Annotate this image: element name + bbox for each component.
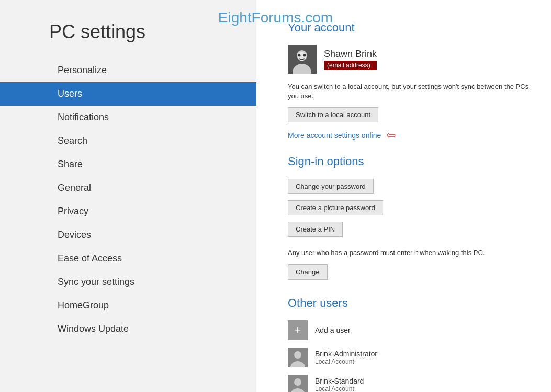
svg-point-7 [294,351,301,359]
user-info-1: Brink-Standard Local Account [315,377,364,392]
more-account-settings-link[interactable]: More account settings online [288,131,381,140]
user-row-1: Brink-Standard Local Account [288,375,530,392]
user-sub-1: Local Account [315,385,364,392]
account-name: Shawn Brink [324,49,377,60]
sidebar: PC settings Personalize Users Notificati… [0,0,256,392]
more-settings-row: More account settings online ⇦ [288,129,530,142]
change-button[interactable]: Change [288,264,328,280]
sidebar-item-devices[interactable]: Devices [0,223,256,247]
sidebar-item-notifications[interactable]: Notifications [0,106,256,129]
add-user-icon: + [288,320,308,340]
user-sub-0: Local Account [315,358,377,365]
wake-info-text: Any user who has a password must enter i… [288,248,530,258]
sidebar-item-ease-of-access[interactable]: Ease of Access [0,247,256,270]
add-user-label: Add a user [315,326,351,335]
sidebar-item-search[interactable]: Search [0,129,256,153]
account-info: Shawn Brink (email address) [324,49,377,70]
add-user-row[interactable]: + Add a user [288,320,530,340]
sidebar-item-users[interactable]: Users [0,82,256,106]
switch-info-text: You can switch to a local account, but y… [288,82,530,101]
sign-in-options-title: Sign-in options [288,155,530,168]
switch-local-account-button[interactable]: Switch to a local account [288,107,378,122]
account-row: Shawn Brink (email address) [288,45,530,74]
sidebar-item-windows-update[interactable]: Windows Update [0,317,256,341]
user-row-0: Brink-Administrator Local Account [288,348,530,367]
user-info-0: Brink-Administrator Local Account [315,350,377,365]
sidebar-item-personalize[interactable]: Personalize [0,59,256,82]
create-pin-button[interactable]: Create a PIN [288,222,343,237]
user-name-1: Brink-Standard [315,377,364,385]
app-title: PC settings [0,21,256,59]
sidebar-item-privacy[interactable]: Privacy [0,200,256,223]
svg-point-5 [303,54,306,57]
svg-point-10 [294,378,301,386]
svg-point-4 [298,54,301,57]
your-account-title: Your account [288,21,530,34]
sidebar-item-share[interactable]: Share [0,153,256,176]
other-users-title: Other users [288,296,530,310]
picture-password-button[interactable]: Create a picture password [288,200,383,215]
main-content: Your account Shawn Brink (email address) [256,0,551,392]
sidebar-item-homegroup[interactable]: HomeGroup [0,294,256,317]
change-password-button[interactable]: Change your password [288,179,374,194]
sidebar-item-sync-your-settings[interactable]: Sync your settings [0,270,256,294]
sidebar-item-general[interactable]: General [0,176,256,200]
user-name-0: Brink-Administrator [315,350,377,358]
avatar [288,45,317,74]
email-badge: (email address) [324,61,377,70]
user-avatar-0 [288,348,308,367]
arrow-left-icon: ⇦ [386,129,396,142]
user-avatar-1 [288,375,308,392]
